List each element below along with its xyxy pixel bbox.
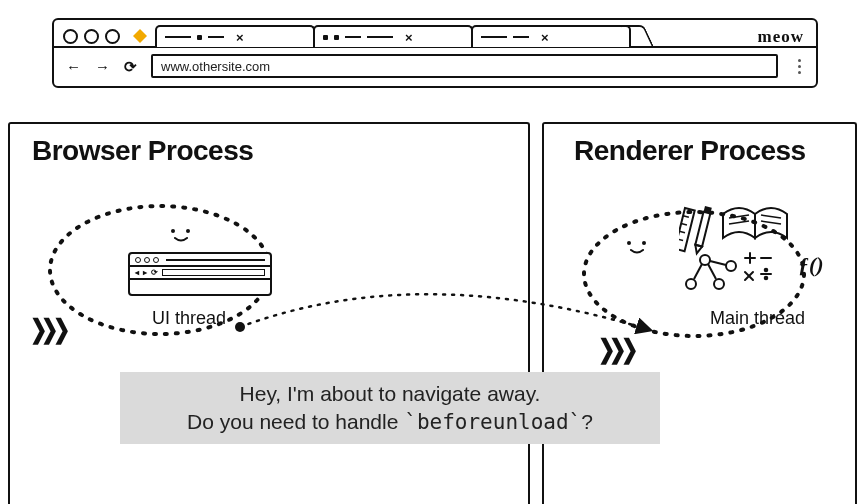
svg-point-22 — [726, 261, 736, 271]
renderer-process-panel: Renderer Process — [542, 122, 857, 504]
tab-3[interactable]: × — [471, 25, 631, 47]
tab-close-icon[interactable]: × — [541, 31, 549, 44]
svg-line-17 — [761, 215, 781, 218]
forward-button[interactable]: → — [95, 59, 110, 74]
fx-label: ƒ() — [798, 254, 824, 276]
speech-line-1: Hey, I'm about to navigate away. — [240, 380, 541, 408]
svg-line-24 — [708, 264, 716, 279]
svg-line-18 — [761, 221, 781, 224]
svg-rect-7 — [679, 208, 695, 251]
ui-thread-label: UI thread — [152, 309, 226, 327]
svg-line-16 — [729, 221, 749, 224]
ui-thread-face-icon — [168, 227, 198, 245]
reload-button[interactable]: ⟳ — [124, 59, 137, 74]
speech-line-2: Do you need to handle `beforeunload`? — [187, 408, 593, 436]
mini-browser-icon: ◂▸⟳ — [128, 252, 272, 296]
chevrons-icon: ❯❯❯ — [26, 316, 68, 342]
svg-point-2 — [171, 229, 175, 233]
svg-line-15 — [729, 215, 749, 218]
browser-process-title: Browser Process — [32, 136, 528, 167]
svg-line-11 — [679, 239, 683, 240]
tab-2[interactable]: × — [313, 25, 473, 47]
svg-rect-12 — [695, 212, 710, 247]
svg-line-9 — [681, 224, 687, 225]
tab-close-icon[interactable]: × — [236, 31, 244, 44]
svg-point-3 — [186, 229, 190, 233]
main-thread-face-icon — [624, 239, 654, 257]
svg-point-6 — [642, 241, 646, 245]
svg-point-20 — [686, 279, 696, 289]
renderer-doodles-icon — [679, 206, 859, 306]
svg-line-25 — [710, 261, 726, 265]
more-menu-icon[interactable] — [792, 59, 806, 74]
svg-marker-0 — [133, 29, 147, 43]
window-control-min[interactable] — [84, 29, 99, 44]
renderer-process-title: Renderer Process — [574, 136, 855, 167]
window-control-max[interactable] — [105, 29, 120, 44]
main-thread-label: Main thread — [710, 309, 805, 327]
speech-bubble: Hey, I'm about to navigate away. Do you … — [120, 372, 660, 444]
svg-point-19 — [700, 255, 710, 265]
back-button[interactable]: ← — [66, 59, 81, 74]
chevrons-icon: ❯❯❯ — [594, 336, 636, 362]
tab-1[interactable]: × — [155, 25, 315, 47]
svg-point-5 — [627, 241, 631, 245]
url-input[interactable]: www.othersite.com — [151, 54, 778, 78]
svg-point-32 — [765, 269, 768, 272]
browser-process-panel: Browser Process ◂▸⟳ UI thread ❯❯❯ — [8, 122, 530, 504]
svg-marker-13 — [693, 245, 702, 254]
window-control-close[interactable] — [63, 29, 78, 44]
browser-chrome: × × × meow ← → ⟳ www.othersite.com — [52, 18, 818, 88]
tab-bar: × × × meow — [54, 20, 816, 46]
url-text: www.othersite.com — [161, 60, 270, 73]
process-panels: Browser Process ◂▸⟳ UI thread ❯❯❯ Render… — [8, 122, 857, 504]
svg-line-8 — [683, 216, 689, 217]
svg-point-33 — [765, 277, 768, 280]
address-bar: ← → ⟳ www.othersite.com — [54, 46, 816, 86]
brand-text: meow — [758, 28, 804, 45]
svg-line-23 — [694, 264, 702, 279]
svg-line-10 — [679, 231, 685, 232]
tab-close-icon[interactable]: × — [405, 31, 413, 44]
svg-point-21 — [714, 279, 724, 289]
brand-diamond-icon — [133, 29, 147, 43]
